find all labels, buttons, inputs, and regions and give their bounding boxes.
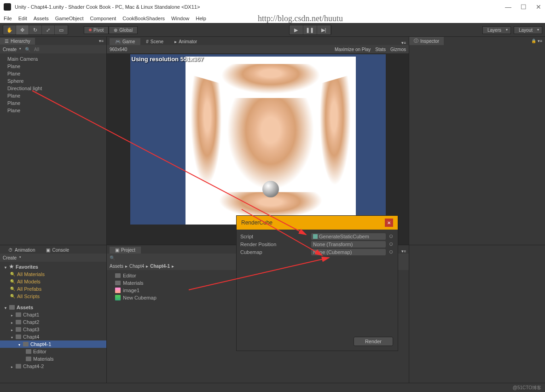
tab-game[interactable]: 🎮 Game: [110, 38, 140, 45]
sphere-object: [262, 181, 279, 197]
hierarchy-tab[interactable]: ☰ Hierarchy: [0, 38, 35, 45]
menu-component[interactable]: Component: [90, 16, 116, 21]
menu-gameobject[interactable]: GameObject: [55, 16, 84, 21]
object-picker-icon[interactable]: ⊙: [388, 233, 394, 239]
object-picker-icon[interactable]: ⊙: [388, 249, 394, 255]
favorite-item[interactable]: All Scripts: [0, 293, 106, 300]
unity-logo-icon: [4, 3, 11, 11]
search-icon[interactable]: 🔍: [25, 47, 30, 52]
blog-url-overlay: http://blog.csdn.net/huutu: [258, 14, 343, 23]
window-title: Unity - Chapt4-1.unity - Shader Cook Boo…: [15, 4, 200, 10]
favorites-header[interactable]: ★ Favorites: [0, 263, 106, 271]
breadcrumb-segment[interactable]: Chapt4: [129, 264, 144, 269]
render-button[interactable]: Render: [354, 337, 393, 346]
resolution-label: Using resolution 551x367: [132, 56, 204, 63]
folder-chapt4-1[interactable]: Chapt4-1: [0, 340, 106, 348]
folder-item[interactable]: Chapt3: [0, 326, 106, 333]
dialog-field-value[interactable]: None (Transform): [311, 241, 386, 248]
scale-tool[interactable]: ⤢: [42, 25, 55, 35]
dialog-title: RenderCube: [241, 219, 272, 226]
minimize-button[interactable]: —: [505, 3, 511, 11]
breadcrumb-segment[interactable]: Chapt4-1: [150, 264, 170, 269]
rect-tool[interactable]: ▭: [55, 25, 68, 35]
project-create-button[interactable]: Create: [3, 255, 21, 260]
hierarchy-item[interactable]: Main Camera: [0, 55, 106, 63]
rendercube-dialog: RenderCube ✕ ScriptGenerateStaticCubem⊙R…: [236, 215, 398, 351]
tab-console[interactable]: ▣ Console: [41, 247, 75, 254]
rotate-tool[interactable]: ↻: [29, 25, 42, 35]
stats-toggle[interactable]: Stats: [375, 47, 386, 52]
folder-item[interactable]: Editor: [0, 348, 106, 355]
breadcrumb-segment[interactable]: Assets: [110, 264, 123, 269]
folder-item[interactable]: Materials: [0, 355, 106, 363]
hierarchy-item[interactable]: Sphere: [0, 77, 106, 85]
folder-item[interactable]: Chapt1: [0, 311, 106, 318]
assets-header[interactable]: Assets: [0, 304, 106, 311]
favorite-item[interactable]: All Materials: [0, 271, 106, 278]
hierarchy-item[interactable]: Plane: [0, 92, 106, 99]
folder-item[interactable]: Chapt2: [0, 318, 106, 326]
favorite-item[interactable]: All Models: [0, 278, 106, 285]
maximize-toggle[interactable]: Maximize on Play: [335, 47, 371, 52]
menu-cookbook[interactable]: CookBookShaders: [122, 16, 165, 21]
inspector-tab[interactable]: ⓘ Inspector: [409, 37, 444, 45]
tab-project[interactable]: ▣ Project: [110, 247, 141, 254]
object-picker-icon[interactable]: ⊙: [388, 241, 394, 247]
toolbar: ✋ ✥ ↻ ⤢ ▭ Pivot ⊕ Global ▶ ❚❚ ▶| Layers …: [0, 23, 545, 37]
resolution-dropdown[interactable]: 960x640: [110, 47, 127, 52]
menu-window[interactable]: Window: [171, 16, 189, 21]
titlebar: Unity - Chapt4-1.unity - Shader Cook Boo…: [0, 0, 545, 14]
tab-animation[interactable]: ⏱ Animation: [3, 247, 41, 254]
hierarchy-item[interactable]: Plane: [0, 99, 106, 107]
play-button[interactable]: ▶: [290, 25, 303, 35]
hierarchy-item[interactable]: Directional light: [0, 85, 106, 92]
dialog-field-value[interactable]: None (Cubemap): [311, 249, 386, 255]
hierarchy-item[interactable]: Plane: [0, 107, 106, 114]
hierarchy-item[interactable]: Plane: [0, 63, 106, 70]
folder-chapt4-2[interactable]: Chapt4-2: [0, 363, 106, 370]
layout-dropdown[interactable]: Layout: [514, 26, 542, 34]
hierarchy-item[interactable]: Plane: [0, 70, 106, 77]
search-placeholder: All: [34, 47, 39, 52]
menu-file[interactable]: File: [4, 16, 12, 21]
dialog-field-row: CubemapNone (Cubemap)⊙: [240, 248, 394, 256]
cubemap-render: [186, 57, 356, 225]
close-button[interactable]: ✕: [536, 3, 541, 11]
hand-tool[interactable]: ✋: [3, 25, 16, 35]
dialog-field-row: ScriptGenerateStaticCubem⊙: [240, 232, 394, 240]
menu-edit[interactable]: Edit: [18, 16, 27, 21]
statusbar: [0, 383, 545, 392]
favorite-item[interactable]: All Prefabs: [0, 285, 106, 293]
layers-dropdown[interactable]: Layers: [482, 26, 511, 34]
dialog-field-row: Render PositionNone (Transform)⊙: [240, 240, 394, 248]
tab-animator[interactable]: ▸ Animator: [169, 38, 203, 45]
pivot-button[interactable]: Pivot: [84, 26, 109, 34]
global-button[interactable]: ⊕ Global: [109, 26, 138, 34]
folder-chapt4[interactable]: Chapt4: [0, 333, 106, 340]
project-right-spacer: [409, 245, 545, 383]
gizmos-toggle[interactable]: Gizmos: [390, 47, 406, 52]
tab-scene[interactable]: # Scene: [140, 38, 169, 45]
menu-help[interactable]: Help: [196, 16, 206, 21]
project-sidebar: ⏱ Animation ▣ Console Create ★ Favorites…: [0, 245, 107, 383]
step-button[interactable]: ▶|: [317, 25, 331, 35]
maximize-button[interactable]: ☐: [521, 3, 527, 11]
dialog-field-value[interactable]: GenerateStaticCubem: [311, 233, 386, 240]
watermark: @51CTO博客: [513, 385, 541, 391]
pause-button[interactable]: ❚❚: [303, 25, 317, 35]
hierarchy-create-button[interactable]: Create: [3, 47, 21, 52]
dialog-close-button[interactable]: ✕: [385, 219, 393, 227]
move-tool[interactable]: ✥: [16, 25, 29, 35]
menu-assets[interactable]: Assets: [34, 16, 49, 21]
